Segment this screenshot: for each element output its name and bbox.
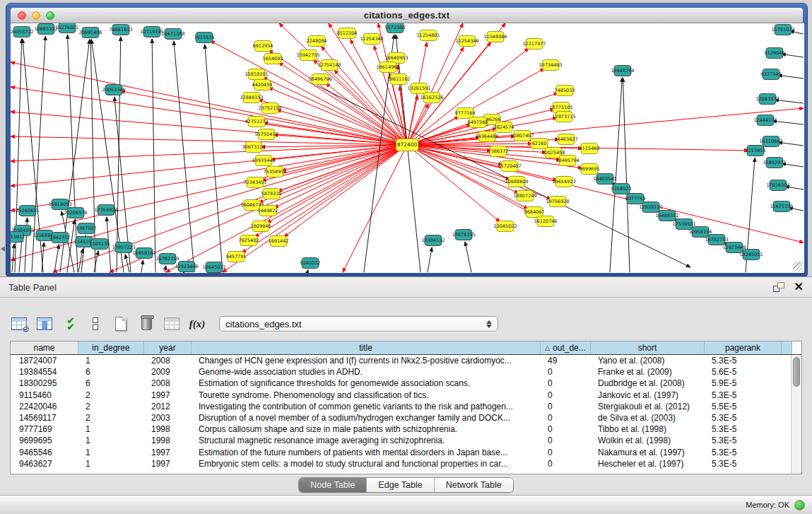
graph-node[interactable]: 20691406	[78, 28, 102, 38]
table-row[interactable]: 2242004622012Investigating the contribut…	[11, 401, 791, 412]
graph-node[interactable]: 19654923	[552, 177, 575, 187]
graph-node[interactable]: 10688609	[505, 177, 528, 187]
row-selection-icon[interactable]: ✔✔	[61, 315, 79, 333]
column-header-title[interactable]: title	[192, 341, 541, 354]
graph-node[interactable]: 16671388	[161, 29, 184, 40]
graph-node[interactable]: 10807487	[510, 131, 534, 141]
graph-node[interactable]: 13045022	[493, 221, 517, 232]
table-row[interactable]: 946362711997Embryonic stem cells: a mode…	[11, 458, 791, 469]
graph-node[interactable]: 14463627	[554, 134, 577, 145]
column-header-pagerank[interactable]: pagerank	[705, 341, 782, 354]
table-row[interactable]: 1872400712008Changes of HCN gene express…	[11, 355, 791, 366]
graph-node[interactable]: 16648794	[611, 66, 634, 76]
graph-node[interactable]: 3915911	[11, 232, 25, 243]
graph-node[interactable]: 18495794	[555, 156, 579, 166]
table-row[interactable]: 977716911998Corpus callosum shape and si…	[11, 424, 791, 435]
graph-node[interactable]: 18807249	[513, 191, 536, 201]
graph-node[interactable]: 15942755	[296, 50, 319, 61]
graph-node[interactable]: 6877759	[625, 194, 646, 204]
graph-node[interactable]: 9699695	[579, 164, 600, 175]
graph-node[interactable]: 12849193	[240, 93, 263, 103]
graph-node[interactable]: 16782753	[705, 235, 728, 245]
graph-node[interactable]: 1691442	[269, 236, 289, 247]
graph-node[interactable]: 19734493	[539, 60, 562, 71]
graph-node[interactable]: 6497568	[468, 117, 488, 128]
graph-node[interactable]: 18384132	[421, 235, 445, 246]
graph-node[interactable]: 4420459	[252, 80, 273, 90]
float-panel-icon[interactable]	[773, 282, 784, 292]
graph-node[interactable]: 11675335	[770, 201, 793, 212]
graph-node[interactable]: 19935441	[252, 156, 275, 166]
row-height-icon[interactable]	[86, 315, 105, 333]
graph-node[interactable]: 3824574	[494, 122, 514, 133]
graph-node[interactable]: 7485033	[555, 86, 575, 96]
graph-node[interactable]: 9457791	[226, 252, 247, 262]
window-titlebar[interactable]: citations_edges.txt	[11, 8, 803, 23]
graph-node[interactable]: 9129946	[765, 48, 785, 59]
graph-node[interactable]: 10685322	[34, 24, 57, 35]
graph-node[interactable]: 18724007	[394, 139, 420, 151]
graph-node[interactable]: 12217977	[522, 39, 546, 49]
graph-node[interactable]: 12754148	[317, 60, 341, 71]
graph-node[interactable]: 12973115	[552, 112, 575, 122]
graph-node[interactable]: 1449822	[258, 206, 278, 216]
graph-node[interactable]: 15720407	[498, 161, 521, 172]
graph-node[interactable]: 9397587	[76, 223, 97, 234]
graph-node[interactable]: 12923446	[175, 262, 198, 272]
graph-node[interactable]: 2942757	[50, 233, 71, 243]
table-mode-icon[interactable]	[10, 315, 28, 333]
column-visibility-icon[interactable]	[35, 315, 54, 333]
graph-node[interactable]: 25260651	[16, 206, 39, 216]
graph-node[interactable]: 24364486	[475, 132, 498, 142]
tab-edge-table[interactable]: Edge Table	[367, 478, 434, 492]
import-table-icon[interactable]	[163, 315, 181, 333]
graph-node[interactable]: 8512304	[337, 28, 358, 39]
graph-node[interactable]: 15276021	[55, 23, 78, 33]
graph-node[interactable]: 23752158	[258, 103, 281, 114]
graph-node[interactable]: 1609948	[251, 221, 271, 232]
tab-node-table[interactable]: Node Table	[299, 478, 367, 492]
graph-node[interactable]: 16488312	[655, 211, 678, 221]
graph-node[interactable]: 17359924	[94, 205, 117, 216]
function-builder-icon[interactable]: f(x)	[188, 315, 206, 333]
graph-node[interactable]: 1505135	[90, 239, 110, 250]
citation-network-graph[interactable]: 1872400769129541654093158182014420459128…	[11, 23, 804, 273]
graph-node[interactable]: 16210643	[759, 136, 782, 147]
graph-node[interactable]: 12938110	[639, 202, 662, 213]
graph-node[interactable]: 3215953	[746, 146, 766, 156]
graph-node[interactable]: 19756928	[546, 197, 569, 207]
graph-node[interactable]: 12093872	[755, 94, 779, 105]
graph-node[interactable]: 42751272	[245, 117, 268, 127]
graph-node[interactable]: 72343451	[243, 177, 266, 188]
graph-node[interactable]: 15892971	[763, 158, 786, 168]
graph-node[interactable]: 75358954	[263, 167, 286, 177]
graph-node[interactable]: 16958167	[132, 248, 155, 259]
vertical-scrollbar[interactable]	[791, 355, 801, 474]
delete-column-icon[interactable]	[137, 315, 155, 333]
graph-node[interactable]: 15818201	[245, 69, 268, 80]
graph-node[interactable]: 18678755	[452, 230, 475, 240]
graph-node[interactable]: 15751074	[771, 25, 794, 35]
graph-node[interactable]: 19645011	[202, 262, 225, 273]
graph-node[interactable]: 10719195	[140, 27, 163, 37]
resize-grip[interactable]	[793, 262, 803, 271]
graph-node[interactable]: 6912954	[253, 41, 273, 52]
table-row[interactable]: 969969511998Structural magnetic resonanc…	[11, 435, 791, 446]
memory-status-indicator[interactable]	[794, 500, 805, 510]
graph-node[interactable]: 7615526	[194, 33, 215, 43]
graph-node[interactable]: 24055712	[11, 27, 34, 37]
close-panel-icon[interactable]: ✕	[794, 282, 804, 292]
scrollbar-thumb[interactable]	[793, 357, 800, 387]
column-header-in_degree[interactable]: in_degree	[78, 341, 144, 354]
graph-node[interactable]: 1654093	[263, 54, 283, 64]
graph-node[interactable]: 9245012	[300, 258, 321, 269]
graph-node[interactable]: 9227343	[761, 69, 782, 80]
column-header-short[interactable]: short	[591, 341, 705, 354]
graph-node[interactable]: 16409541	[593, 174, 616, 185]
table-row[interactable]: 1938455462009Genome-wide association stu…	[11, 366, 791, 378]
graph-node[interactable]: 20053346	[102, 85, 125, 95]
panel-collapse-arrow-icon[interactable]	[1, 246, 5, 252]
graph-node[interactable]: 18614963	[376, 62, 399, 73]
graph-node[interactable]: 16162526	[420, 93, 443, 103]
graph-node[interactable]: 74661613	[109, 25, 132, 35]
